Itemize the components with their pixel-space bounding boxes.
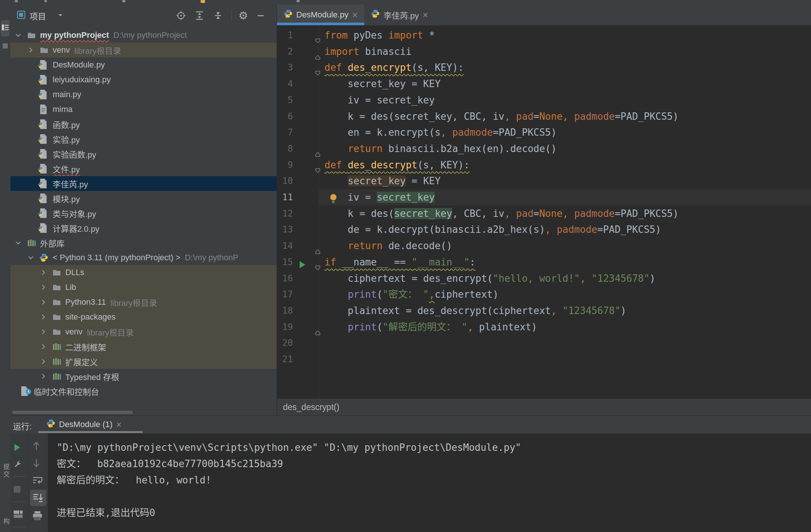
collapse-all-button[interactable] bbox=[213, 10, 225, 22]
chevron-right-icon[interactable] bbox=[39, 268, 52, 277]
close-icon[interactable]: × bbox=[352, 10, 358, 20]
tree-item[interactable]: my pythonProjectD:\my pythonProject bbox=[10, 28, 277, 43]
tab-desmodule[interactable]: DesModule.py × bbox=[277, 4, 364, 25]
line-number[interactable]: 5 bbox=[277, 92, 293, 108]
line-number[interactable]: 3 bbox=[277, 59, 293, 76]
line-number[interactable]: 2 bbox=[277, 43, 293, 60]
tree-item[interactable]: venvlibrary根目录 bbox=[10, 324, 277, 339]
code-line: 8 return binascii.b2a_hex(en).decode() bbox=[277, 141, 811, 157]
print-button[interactable] bbox=[31, 508, 46, 523]
code-text: return de.decode() bbox=[324, 238, 452, 254]
stop-button[interactable] bbox=[12, 482, 27, 496]
tree-item[interactable]: main.py bbox=[10, 87, 277, 102]
tree-item[interactable]: 李佳芮.py bbox=[10, 176, 277, 191]
line-number[interactable]: 6 bbox=[277, 108, 293, 125]
chevron-down-icon[interactable] bbox=[14, 239, 27, 247]
line-number[interactable]: 12 bbox=[277, 205, 293, 222]
code-editor[interactable]: 1from pyDes import *2import binascii3def… bbox=[277, 25, 811, 399]
line-number[interactable]: 1 bbox=[277, 27, 293, 43]
line-number[interactable]: 15 bbox=[277, 254, 293, 270]
line-number[interactable]: 7 bbox=[277, 124, 293, 141]
tree-item[interactable]: < Python 3.11 (my pythonProject) >D:\my … bbox=[10, 250, 277, 265]
tree-item[interactable]: 外部库 bbox=[10, 235, 277, 250]
chevron-right-icon[interactable] bbox=[39, 343, 52, 351]
scroll-down-button[interactable] bbox=[31, 456, 46, 470]
rerun-icon bbox=[13, 443, 26, 452]
project-toolwindow-button[interactable] bbox=[1, 20, 10, 36]
project-panel-title[interactable]: 项目 bbox=[30, 10, 46, 22]
line-number[interactable]: 8 bbox=[277, 141, 293, 157]
locate-button[interactable] bbox=[176, 10, 188, 22]
tree-item[interactable]: mima bbox=[10, 102, 277, 117]
line-number[interactable]: 18 bbox=[277, 303, 293, 319]
chevron-right-icon[interactable] bbox=[39, 313, 52, 321]
tree-item[interactable]: DesModule.py bbox=[10, 57, 277, 72]
line-number[interactable]: 11 bbox=[277, 189, 293, 205]
tab-label: 李佳芮.py bbox=[383, 9, 419, 21]
restore-layout-button[interactable] bbox=[12, 507, 27, 522]
line-number[interactable]: 20 bbox=[277, 335, 293, 351]
line-number[interactable]: 17 bbox=[277, 286, 293, 303]
secondary-toolwindow-button[interactable] bbox=[1, 42, 10, 52]
chevron-right-icon[interactable] bbox=[39, 328, 52, 336]
chevron-right-icon[interactable] bbox=[39, 298, 52, 306]
tab-lijiarui[interactable]: 李佳芮.py × bbox=[364, 4, 435, 25]
folder-icon bbox=[52, 282, 65, 292]
rerun-button[interactable] bbox=[12, 440, 27, 455]
line-number[interactable]: 13 bbox=[277, 221, 293, 238]
chevron-right-icon[interactable] bbox=[39, 357, 52, 366]
code-text: en = k.encrypt(s, padmode=PAD_PKCS5) bbox=[324, 124, 557, 141]
line-number[interactable]: 10 bbox=[277, 173, 293, 189]
soft-wrap-button[interactable] bbox=[31, 473, 46, 488]
toolbar-divider bbox=[13, 476, 26, 477]
chevron-right-icon[interactable] bbox=[39, 372, 52, 380]
run-console[interactable]: "D:\my pythonProject\venv\Scripts\python… bbox=[48, 433, 811, 532]
project-tree[interactable]: my pythonProjectD:\my pythonProjectvenvl… bbox=[10, 28, 277, 399]
chevron-down-icon[interactable] bbox=[14, 31, 27, 39]
chevron-right-icon[interactable] bbox=[27, 46, 39, 54]
expand-all-icon bbox=[194, 10, 206, 21]
tree-item[interactable]: 临时文件和控制台 bbox=[10, 384, 277, 399]
close-icon[interactable]: × bbox=[116, 420, 122, 429]
tree-item[interactable]: 类与对象.py bbox=[10, 206, 277, 221]
hide-button[interactable] bbox=[257, 10, 269, 22]
tree-item[interactable]: Lib bbox=[10, 280, 277, 295]
line-number[interactable]: 19 bbox=[277, 319, 293, 335]
breadcrumb[interactable]: des_descrypt() bbox=[277, 399, 811, 415]
tree-item-label: DesModule.py bbox=[53, 60, 105, 70]
tree-item[interactable]: Python3.11library根目录 bbox=[10, 295, 277, 310]
tree-item[interactable]: venvlibrary根目录 bbox=[10, 43, 277, 57]
tree-item[interactable]: leiyuduixaing.py bbox=[10, 72, 277, 87]
line-number[interactable]: 21 bbox=[277, 351, 293, 367]
tree-item[interactable]: site-packages bbox=[10, 310, 277, 324]
rail-label-commit[interactable]: 提交 bbox=[1, 463, 10, 478]
line-number[interactable]: 16 bbox=[277, 270, 293, 287]
tree-item[interactable]: 实验函数.py bbox=[10, 146, 277, 161]
expand-all-button[interactable] bbox=[194, 10, 206, 22]
close-icon[interactable]: × bbox=[423, 10, 428, 20]
line-number[interactable]: 9 bbox=[277, 157, 293, 173]
tree-item[interactable]: 二进制框架 bbox=[10, 339, 277, 354]
chevron-down-icon[interactable] bbox=[57, 12, 64, 20]
line-number[interactable]: 4 bbox=[277, 76, 293, 92]
tree-item[interactable]: 文件.py bbox=[10, 161, 277, 176]
tree-item[interactable]: 计算器2.0.py bbox=[10, 221, 277, 235]
toolbar-divider bbox=[13, 527, 26, 527]
horizontal-scrollbar[interactable] bbox=[12, 411, 133, 414]
tree-item[interactable]: 函数.py bbox=[10, 117, 277, 132]
code-text: from pyDes import * bbox=[324, 27, 435, 43]
settings-button[interactable] bbox=[12, 457, 27, 471]
settings-button[interactable]: ⚙ bbox=[238, 10, 250, 22]
scroll-to-end-button[interactable] bbox=[30, 490, 46, 506]
tree-item[interactable]: 实验.py bbox=[10, 132, 277, 146]
line-number[interactable]: 14 bbox=[277, 238, 293, 254]
tree-item[interactable]: 模块.py bbox=[10, 191, 277, 206]
tree-item[interactable]: DLLs bbox=[10, 265, 277, 280]
chevron-right-icon[interactable] bbox=[39, 283, 52, 291]
toolbar-divider bbox=[231, 10, 232, 21]
scroll-up-button[interactable] bbox=[31, 439, 46, 453]
chevron-down-icon[interactable] bbox=[27, 254, 39, 262]
tree-item[interactable]: Typeshed 存根 bbox=[10, 369, 277, 384]
run-tab[interactable]: DesModule (1) × bbox=[46, 416, 122, 433]
tree-item[interactable]: 扩展定义 bbox=[10, 354, 277, 369]
